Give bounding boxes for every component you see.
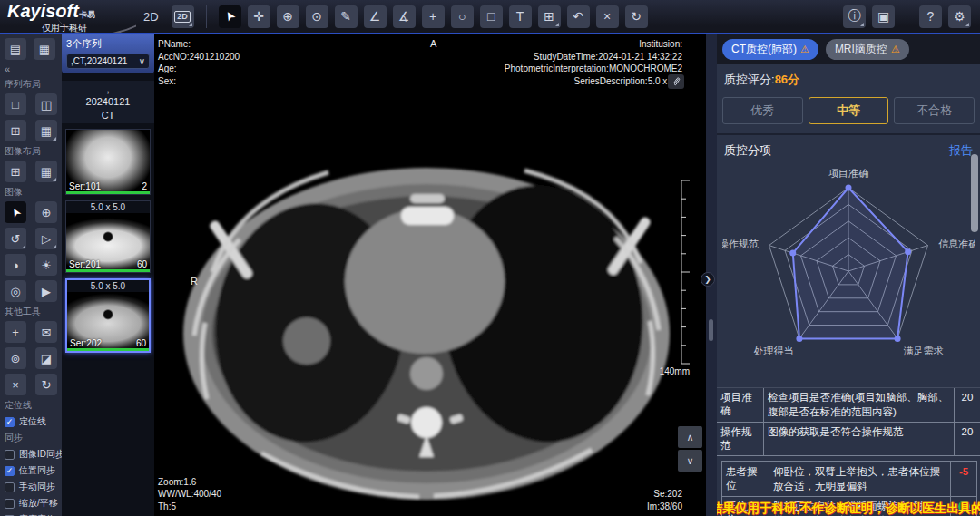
tab-MRI脑质控[interactable]: MRI脑质控⚠ xyxy=(826,39,909,60)
tab-label: MRI脑质控 xyxy=(835,42,887,57)
delete-button[interactable]: × xyxy=(5,374,26,395)
magnify-button[interactable]: ⊕ xyxy=(35,201,57,223)
layout-1x1-icon: □ xyxy=(12,98,19,112)
disclaimer-marquee: 结果仅用于科研,不作诊断证明，诊断以医生出具的诊断 xyxy=(717,500,980,516)
series-thumbnail[interactable]: 5.0 x 5.0Ser:20160 xyxy=(65,200,151,273)
sidebar-collapse-button[interactable]: « xyxy=(5,63,59,74)
svg-text:满足需求: 满足需求 xyxy=(903,346,943,356)
scroll-down-button[interactable]: ∨ xyxy=(678,450,702,472)
image-viewport[interactable]: PName:AccNO:2401210200Age:Sex: Institusi… xyxy=(154,34,706,516)
layout-3x3-button[interactable]: ▦ xyxy=(35,120,57,141)
svg-text:项目准确: 项目准确 xyxy=(828,168,868,179)
layout-2d-button[interactable]: 2D xyxy=(172,5,194,28)
reset-button[interactable]: ↻ xyxy=(35,374,57,395)
sidebar-icon-grid: +✉⊚◪×↻ xyxy=(5,321,59,395)
series-dropdown[interactable]: ,CT,20240121 ∨ xyxy=(66,54,150,69)
checkbox-label: 手动同步 xyxy=(19,481,55,493)
flip-rotate-icon: ↺ xyxy=(11,232,21,246)
cine-play-icon: ▶ xyxy=(42,285,51,298)
crosshair-button[interactable]: + xyxy=(422,5,445,28)
checkbox-label: 缩放/平移 xyxy=(19,497,58,510)
checkbox-box[interactable] xyxy=(5,450,15,460)
scroll-up-button[interactable]: ∧ xyxy=(678,426,702,448)
tab-CT质控(肺部)[interactable]: CT质控(肺部)⚠ xyxy=(722,39,818,60)
layout-1x2-button[interactable]: ◫ xyxy=(35,93,57,115)
ellipse-icon: ○ xyxy=(458,9,466,24)
crosshair-button[interactable]: + xyxy=(5,321,26,343)
reset-button[interactable]: ↻ xyxy=(625,5,648,28)
checkbox-box[interactable]: ✓ xyxy=(5,466,15,476)
checkbox-box[interactable] xyxy=(5,482,15,492)
text-icon: T xyxy=(516,9,524,24)
settings-button[interactable]: ⚙ xyxy=(948,5,971,28)
pan-button[interactable]: ✛ xyxy=(248,5,270,28)
grade-button-优秀[interactable]: 优秀 xyxy=(722,97,803,124)
info-button[interactable]: ⓘ xyxy=(843,5,866,28)
cobb-angle-button[interactable]: ∡ xyxy=(393,5,416,28)
checkbox-图像ID同步[interactable]: 图像ID同步 xyxy=(5,448,59,461)
measure-button[interactable]: ✎ xyxy=(335,5,358,28)
invert-button[interactable]: ◑ xyxy=(5,254,26,276)
zoom-button[interactable]: ⊕ xyxy=(277,5,299,28)
delete-button[interactable]: × xyxy=(596,5,619,28)
comment-button[interactable]: ✉ xyxy=(35,321,57,343)
layout-1x1-button[interactable]: □ xyxy=(5,93,26,115)
checkbox-缩放/平移[interactable]: 缩放/平移 xyxy=(5,497,59,510)
cine-play-button[interactable]: ▶ xyxy=(35,280,57,302)
report-link[interactable]: 报告 xyxy=(949,142,973,159)
sidebar-section-title: 定位线 xyxy=(5,399,59,412)
preset-button[interactable]: ⊞ xyxy=(538,5,561,28)
qc-radar-chart: 项目准确信息准确满足需求处理得当操作规范 xyxy=(717,161,980,384)
window-level-button[interactable]: ⊙ xyxy=(306,5,328,28)
table-cell-score: 20 xyxy=(955,388,980,422)
settings-icon: ⚙ xyxy=(954,9,965,24)
eraser-button[interactable]: ◪ xyxy=(35,347,57,369)
series-thumbnail[interactable]: 5.0 x 5.0Ser:20260 xyxy=(65,278,151,353)
img-layout-2x2-button[interactable]: ⊞ xyxy=(5,161,26,182)
checkbox-定位线[interactable]: ✓定位线 xyxy=(5,415,59,428)
target-button[interactable]: ◎ xyxy=(5,280,26,302)
overlay-line: PhotometricInterpretation:MONOCHROME2 xyxy=(505,63,682,75)
help-icon: ? xyxy=(927,9,935,24)
series-thumbnail[interactable]: Ser:1012 xyxy=(65,129,151,195)
checkbox-位置同步[interactable]: ✓位置同步 xyxy=(5,464,59,477)
overlay-line: SeriesDescription:5.0 x 5.0 xyxy=(505,75,682,88)
viewport-scrollbar-thumb[interactable] xyxy=(709,319,713,341)
rectangle-button[interactable]: □ xyxy=(480,5,503,28)
magnifier-roi-button[interactable]: ⊚ xyxy=(5,347,26,369)
grade-button-不合格[interactable]: 不合格 xyxy=(894,97,975,124)
save-button[interactable]: ▣ xyxy=(872,5,895,28)
checkbox-box[interactable]: ✓ xyxy=(5,417,15,427)
sidebar-icon-grid: □◫⊞▦ xyxy=(5,93,59,141)
qc-subsection-header: 质控分项 报告 xyxy=(717,135,980,161)
text-button[interactable]: T xyxy=(509,5,532,28)
overlay-image-params: Zoom:1.6WW/WL:400/40Th:5 xyxy=(158,476,221,513)
panel-collapse-handle[interactable]: ❯ xyxy=(701,272,715,287)
series-list-button[interactable]: ▤ xyxy=(5,38,26,60)
sidebar-section-title: 同步 xyxy=(5,432,59,444)
qc-panel-scrollbar-thumb[interactable] xyxy=(971,154,978,232)
grade-button-中等[interactable]: 中等 xyxy=(808,97,889,124)
checkbox-手动同步[interactable]: 手动同步 xyxy=(5,481,59,493)
crosshair-icon: + xyxy=(429,9,436,24)
overlay-line: Zoom:1.6 xyxy=(158,476,221,489)
img-layout-3x3-button[interactable]: ▦ xyxy=(35,161,57,182)
overlay-study-info: Institusion:StudyDateTime:2024-01-21 14:… xyxy=(505,38,682,87)
pointer-button[interactable]: ➤ xyxy=(5,201,26,223)
ellipse-button[interactable]: ○ xyxy=(451,5,474,28)
help-button[interactable]: ? xyxy=(919,5,942,28)
report-panel-button[interactable]: ▦ xyxy=(34,38,55,60)
paperclip-attach-button[interactable] xyxy=(668,74,684,89)
sidebar-section-title: 其他工具 xyxy=(5,306,59,318)
checkbox-box[interactable] xyxy=(5,499,15,509)
scroll-stack-button[interactable]: ▷ xyxy=(35,228,57,249)
angle-button[interactable]: ∠ xyxy=(364,5,387,28)
thumbnail-series-number: Ser:101 xyxy=(69,181,101,191)
brightness-button[interactable]: ☀ xyxy=(35,254,57,276)
undo-button[interactable]: ↶ xyxy=(567,5,590,28)
pointer-button[interactable]: ➤ xyxy=(219,5,241,28)
target-icon: ◎ xyxy=(10,285,20,298)
layout-2x2-button[interactable]: ⊞ xyxy=(5,120,26,141)
measure-icon: ✎ xyxy=(340,9,351,24)
flip-rotate-button[interactable]: ↺ xyxy=(5,228,26,249)
